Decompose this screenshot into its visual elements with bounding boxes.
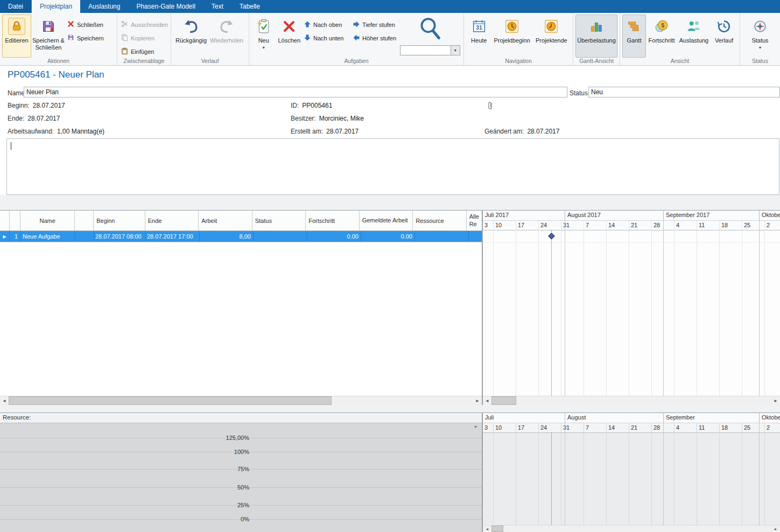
tab-projektplan[interactable]: Projektplan xyxy=(32,0,80,13)
scroll-left-icon[interactable]: ◄ xyxy=(483,396,491,405)
search-icon[interactable] xyxy=(419,17,441,42)
name-input[interactable] xyxy=(24,87,567,97)
chevron-down-icon[interactable]: ▼ xyxy=(451,46,460,55)
neu-button[interactable]: Neu ▼ xyxy=(251,15,276,58)
column-header-ressource[interactable]: Ressource xyxy=(413,211,466,230)
schliessen-label: Schließen xyxy=(77,22,103,28)
ende-value: 28.07.2017 xyxy=(27,115,60,122)
scroll-right-icon[interactable]: ► xyxy=(771,526,780,532)
column-header-fortschritt[interactable]: Fortschritt xyxy=(306,211,359,230)
column-header-beginn[interactable]: Beginn xyxy=(94,211,145,230)
wiederholen-button[interactable]: Wiederholen xyxy=(209,15,244,58)
month-separator xyxy=(759,423,760,525)
cell-arbeit[interactable]: 8,00 xyxy=(200,231,254,242)
column-header-status[interactable]: Status xyxy=(252,211,306,230)
verlauf-button[interactable]: Verlauf xyxy=(711,15,737,58)
nach-oben-button[interactable]: Nach oben xyxy=(303,19,352,30)
tiefer-stufen-label: Tiefer stufen xyxy=(362,22,395,28)
tab-datei[interactable]: Datei xyxy=(0,0,32,13)
editieren-button[interactable]: Editieren xyxy=(2,15,31,58)
id-label: ID: xyxy=(291,102,299,109)
scroll-left-icon[interactable]: ◄ xyxy=(483,526,491,532)
column-header-name[interactable]: Name xyxy=(20,211,75,230)
arrow-right-icon xyxy=(353,21,360,29)
gantt-button[interactable]: Gantt xyxy=(622,15,646,58)
gantt-hscrollbar[interactable]: ◄ ► xyxy=(483,396,780,405)
tiefer-stufen-button[interactable]: Tiefer stufen xyxy=(352,19,398,30)
ribbon-group-aktionen: Editieren Speichern & Schließen Schließe… xyxy=(0,13,117,65)
scrollbar-thumb[interactable] xyxy=(491,526,503,532)
task-grid: Name Beginn Ende Arbeit Status Fortschri… xyxy=(0,210,482,405)
tab-text[interactable]: Text xyxy=(203,0,231,13)
fortschritt-button[interactable]: $ Fortschritt xyxy=(646,15,677,58)
ueberbelastung-button[interactable]: Überbelastung xyxy=(575,15,617,58)
projektbeginn-button[interactable]: Projektbeginn xyxy=(492,15,532,58)
heute-button[interactable]: 31 Heute xyxy=(466,15,492,58)
nach-unten-button[interactable]: Nach unten xyxy=(303,32,352,44)
month-separator xyxy=(565,221,565,396)
resource-chart: ▼ 125,00% 100% 75% 50% 25% 0% xyxy=(0,423,482,532)
arbeitsaufwand-label: Arbeitsaufwand: xyxy=(8,128,54,135)
scrollbar-thumb[interactable] xyxy=(9,396,332,405)
close-icon xyxy=(67,20,74,29)
schliessen-button[interactable]: Schließen xyxy=(66,19,112,30)
cell-ressource[interactable] xyxy=(415,231,469,242)
beginn-label: Beginn: xyxy=(8,102,30,109)
cell-fortschritt[interactable]: 0.00 xyxy=(307,231,361,242)
cell-alle-ressourcen[interactable] xyxy=(469,231,482,242)
column-header-alle-ressourcen[interactable]: Alle Re xyxy=(467,211,482,230)
day-label: 24 xyxy=(539,423,561,433)
day-label: 25 xyxy=(742,221,764,230)
ribbon-group-ansicht: Gantt $ Fortschritt Auslastung Verlauf xyxy=(620,13,740,65)
arrow-down-icon xyxy=(304,34,311,42)
cell-name[interactable]: Neue Aufgabe xyxy=(20,231,75,242)
status-button[interactable]: Status ▼ xyxy=(745,15,775,58)
auslastung-button[interactable]: Auslastung xyxy=(677,15,711,58)
tab-tabelle[interactable]: Tabelle xyxy=(231,0,268,13)
loeschen-button[interactable]: Löschen xyxy=(276,15,303,58)
table-row[interactable]: ▶ 1 Neue Aufgabe 28.07.2017 08:00 28.07.… xyxy=(0,231,482,242)
einfuegen-button[interactable]: Einfügen xyxy=(120,46,169,57)
resource-week-column: 2 xyxy=(765,423,780,525)
description-field[interactable] xyxy=(6,138,779,195)
tab-phasen-gate-modell[interactable]: Phasen-Gate Modell xyxy=(128,0,203,13)
id-field: ID:PP005461 xyxy=(291,102,332,109)
scrollbar-thumb[interactable] xyxy=(491,396,516,405)
beginn-value: 28.07.2017 xyxy=(33,102,65,109)
cell-status[interactable] xyxy=(254,231,307,242)
paperclip-icon[interactable] xyxy=(487,101,494,112)
scroll-right-icon[interactable]: ► xyxy=(771,396,780,405)
cell-rownum[interactable]: 1 xyxy=(10,231,20,242)
rueckgaengig-button[interactable]: Rückgängig xyxy=(173,15,209,58)
ausschneiden-button[interactable]: Ausschneiden xyxy=(120,19,169,30)
ribbon-group-aufgaben: Neu ▼ Löschen Nach oben Nach unten xyxy=(249,13,464,65)
cell-ende[interactable]: 28.07.2017 17:00 xyxy=(146,231,200,242)
hoeher-stufen-button[interactable]: Höher stufen xyxy=(352,32,398,44)
column-header-gemeldete-arbeit[interactable]: Gemeldete Arbeit xyxy=(360,211,413,230)
speichern-schliessen-button[interactable]: Speichern & Schließen xyxy=(31,15,66,58)
status-input[interactable] xyxy=(588,87,780,97)
group-label-gantt-ansicht: Gantt-Ansicht xyxy=(573,58,620,64)
resource-hscrollbar[interactable]: ◄ ► xyxy=(483,525,780,532)
tab-auslastung[interactable]: Auslastung xyxy=(80,0,128,13)
column-header-ende[interactable]: Ende xyxy=(145,211,199,230)
resource-filter-chevron-icon[interactable]: ▼ xyxy=(474,425,477,429)
scroll-left-icon[interactable]: ◄ xyxy=(0,396,9,405)
task-filter-combo[interactable]: ▼ xyxy=(400,45,460,55)
paste-icon xyxy=(121,47,128,56)
column-header-arbeit[interactable]: Arbeit xyxy=(199,211,252,230)
cell-beginn[interactable]: 28.07.2017 08:00 xyxy=(94,231,146,242)
task-grid-hscrollbar[interactable]: ◄ ► xyxy=(0,396,482,405)
cell-gemeldete-arbeit[interactable]: 0.00 xyxy=(361,231,415,242)
projektende-button[interactable]: Projektende xyxy=(532,15,571,58)
neu-dropdown-icon[interactable]: ▼ xyxy=(262,46,265,50)
ribbon-group-verlauf: Rückgängig Wiederholen Verlauf xyxy=(171,13,249,65)
status-dropdown-icon[interactable]: ▼ xyxy=(758,46,762,50)
column-header-icon[interactable] xyxy=(75,211,94,230)
text-caret xyxy=(11,142,11,150)
speichern-button[interactable]: Speichern xyxy=(66,32,112,44)
kopieren-button[interactable]: Kopieren xyxy=(120,32,169,44)
gantt-week-column: 21 xyxy=(629,221,652,396)
cell-icon[interactable] xyxy=(75,231,94,242)
scroll-right-icon[interactable]: ► xyxy=(473,396,482,405)
